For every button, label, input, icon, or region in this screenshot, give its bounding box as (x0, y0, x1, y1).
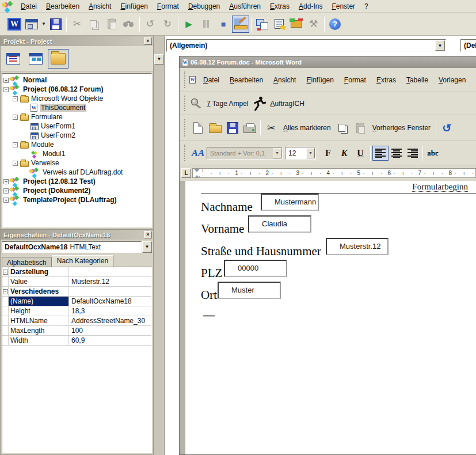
document-area[interactable]: Formularbeginn Nachname Mustermann Vorna… (180, 181, 476, 454)
field-input-ort[interactable]: Muster (218, 282, 281, 299)
tree-item-word-objekte[interactable]: -Microsoft Word Objekte (3, 94, 151, 103)
tree-item-project-test[interactable]: +Project (12.08.12 Test) (3, 177, 151, 186)
style-combobox[interactable]: Standard + Vor: 0,1 ▼ (207, 147, 283, 160)
design-mode-button[interactable] (232, 16, 249, 33)
word-titlebar[interactable]: W 06.08.12 Forum.doc - Microsoft Word (180, 56, 476, 68)
tree-item-module[interactable]: -Module (3, 140, 151, 149)
find-button[interactable] (120, 16, 138, 33)
object-combobox[interactable]: (Allgemein) ▼ (166, 39, 446, 52)
properties-panel-close-icon[interactable]: × (144, 231, 152, 238)
paste-button[interactable] (352, 119, 369, 136)
vba-menu-bearbeiten[interactable]: Bearbeiten (41, 1, 84, 12)
toolbar-grip[interactable] (184, 96, 187, 111)
word-menu-einfuegen[interactable]: Einfügen (301, 74, 338, 86)
view-object-button[interactable] (25, 49, 46, 69)
strikethrough-button[interactable]: abc (425, 145, 441, 161)
vba-menu-addins[interactable]: Add-Ins (294, 1, 327, 12)
word-menu-datei[interactable]: Datei (198, 74, 224, 86)
cut-button[interactable]: ✂ (262, 119, 280, 136)
tree-item-thisdocument[interactable]: WThisDocument (3, 103, 151, 112)
open-button[interactable] (207, 119, 224, 136)
macro-button-7-tage-ampel[interactable]: 7 Tage Ampel (203, 97, 252, 110)
field-input-strasse[interactable]: Musterstr.12 (326, 238, 389, 255)
object-browser-button[interactable]: ⚒ (305, 16, 322, 33)
tree-item-modul1[interactable]: Modul1 (3, 149, 151, 158)
property-row-width[interactable]: Width60,9 (2, 336, 151, 346)
vba-menu-fenster[interactable]: Fenster (327, 1, 360, 12)
tree-item-verweise[interactable]: -Verweise (3, 158, 151, 168)
break-button[interactable] (197, 16, 215, 33)
vba-menu-datei[interactable]: Datei (16, 1, 41, 12)
font-size-combobox[interactable]: 12 ▼ (285, 147, 316, 160)
word-menu-vorlagen[interactable]: Vorlagen (433, 74, 471, 86)
copy-button[interactable] (86, 16, 103, 33)
insert-userform-button[interactable] (23, 16, 40, 33)
scroll-down-button[interactable]: ▼ (154, 54, 164, 65)
word-menu-ansicht[interactable]: Ansicht (268, 74, 301, 86)
pushpin-icon[interactable] (189, 97, 203, 111)
tree-item-normal[interactable]: +Normal (3, 75, 151, 85)
paste-button[interactable] (103, 16, 120, 33)
new-document-button[interactable] (189, 119, 207, 136)
object-select-arrow[interactable]: ▼ (142, 241, 152, 253)
object-combobox-arrow[interactable]: ▼ (435, 40, 445, 51)
vba-menu-extras[interactable]: Extras (265, 1, 294, 12)
tree-item-userform2[interactable]: UserForm2 (3, 131, 151, 140)
vba-menu-ausfuehren[interactable]: Ausführen (224, 1, 265, 12)
vba-menu-format[interactable]: Format (153, 1, 184, 12)
project-explorer-button[interactable] (253, 16, 271, 33)
tab-nach-kategorien[interactable]: Nach Kategorien (52, 255, 113, 267)
save-button[interactable] (224, 119, 241, 136)
field-input-vorname[interactable]: Claudia (248, 215, 311, 233)
save-button[interactable] (47, 16, 64, 33)
property-category-row[interactable]: -Verschiedenes (2, 287, 151, 297)
underline-button[interactable]: U (352, 145, 368, 161)
vba-menu-ansicht[interactable]: Ansicht (84, 1, 116, 12)
property-row-value[interactable]: ValueMusterstr.12 (2, 277, 151, 287)
procedure-combobox[interactable]: (Deklarationen) (460, 39, 476, 52)
tree-item-verweis-dlauftrag[interactable]: Verweis auf DLAuftrag.dot (3, 168, 151, 177)
tree-item-project-dokument2[interactable]: +Project (Dokument2) (3, 186, 151, 195)
tab-alphabetisch[interactable]: Alphabetisch (2, 257, 52, 267)
copy-button[interactable] (334, 119, 352, 136)
vba-menu-help[interactable]: ? (360, 1, 373, 12)
vba-menu-debuggen[interactable]: Debuggen (184, 1, 224, 12)
word-menu-fenster[interactable]: Fenster (471, 74, 476, 86)
select-all-button[interactable]: Alles markieren (280, 122, 334, 134)
bold-button[interactable]: F (320, 145, 336, 161)
field-input-plz[interactable]: 00000 (224, 260, 287, 277)
font-size-combobox-arrow[interactable]: ▼ (306, 148, 315, 158)
word-menu-bearbeiten[interactable]: Bearbeiten (224, 74, 268, 86)
view-code-button[interactable] (3, 49, 24, 69)
properties-panel-titlebar[interactable]: Eigenschaften - DefaultOcxName18 × (1, 230, 153, 240)
runner-icon[interactable] (252, 96, 267, 112)
previous-window-button[interactable]: Vorheriges Fenster (369, 122, 434, 134)
project-panel-titlebar[interactable]: Projekt - Project × (1, 36, 153, 46)
tab-selector[interactable]: L (181, 168, 191, 178)
print-button[interactable] (241, 119, 258, 136)
project-panel-close-icon[interactable]: × (144, 37, 152, 45)
object-select-combobox[interactable]: DefaultOcxName18 HTMLText (2, 241, 142, 253)
toolbox-button[interactable] (288, 16, 305, 33)
property-row-maxlength[interactable]: MaxLength100 (2, 326, 151, 336)
cut-button[interactable]: ✂ (68, 16, 86, 33)
property-category-row[interactable]: -Darstellung (2, 267, 151, 277)
help-button[interactable]: ? (326, 16, 344, 33)
view-word-button[interactable]: W (6, 16, 23, 33)
word-menu-format[interactable]: Format (339, 74, 371, 86)
toolbar-grip[interactable] (184, 119, 187, 137)
style-combobox-arrow[interactable]: ▼ (273, 148, 281, 158)
reset-button[interactable]: ■ (215, 16, 232, 33)
word-menu-extras[interactable]: Extras (371, 74, 401, 86)
insert-dropdown-caret[interactable]: ▼ (41, 21, 46, 26)
indent-marker[interactable] (194, 169, 200, 178)
property-row-htmlname[interactable]: HTMLNameAddressStreetName_30 (2, 316, 151, 326)
toolbar-grip[interactable] (184, 71, 187, 88)
tree-item-templateproject[interactable]: +TemplateProject (DLAuftrag) (3, 195, 151, 204)
tree-item-project-forum[interactable]: -Project (06.08.12 Forum) (3, 85, 151, 94)
run-button[interactable]: ▶ (180, 16, 197, 33)
redo-button[interactable]: ↻ (159, 16, 176, 33)
toggle-folders-button[interactable] (48, 49, 68, 69)
vba-menu-einfuegen[interactable]: Einfügen (116, 1, 152, 12)
word-menu-tabelle[interactable]: Tabelle (401, 74, 433, 86)
